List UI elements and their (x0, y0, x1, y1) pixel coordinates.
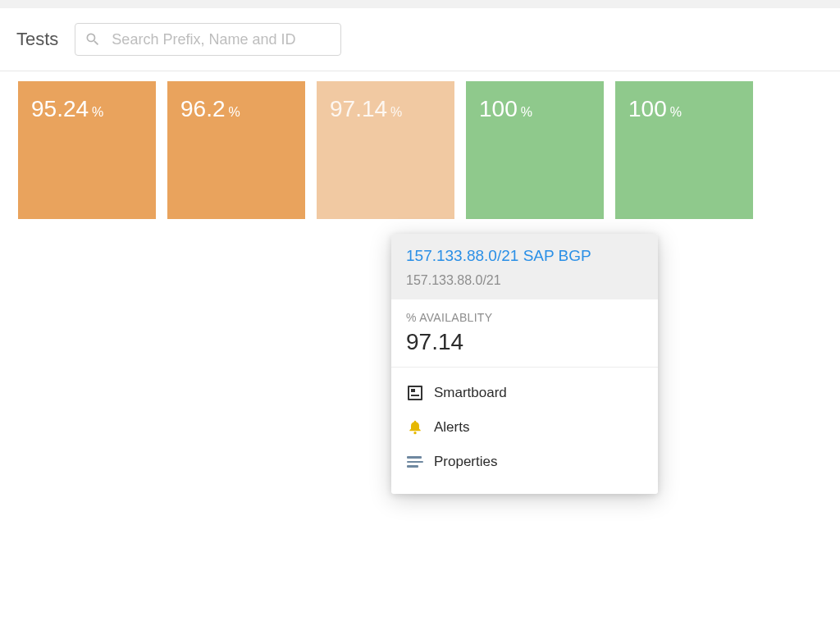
search-field-wrap (75, 23, 341, 56)
search-input[interactable] (75, 23, 341, 56)
tiles-row: 95.24% 96.2% 97.14% 100% 100% (0, 71, 840, 229)
header-bar: Tests (0, 8, 840, 71)
tile-value: 95.24 (31, 96, 89, 122)
action-label: Alerts (434, 419, 469, 436)
popover-metric: % AVAILABLITY 97.14 (391, 299, 658, 368)
availability-tile[interactable]: 95.24% (18, 81, 156, 219)
page-title: Tests (16, 29, 58, 50)
tile-unit: % (92, 105, 103, 120)
tile-value: 97.14 (330, 96, 387, 122)
tile-unit: % (521, 105, 532, 120)
popover-title-link[interactable]: 157.133.88.0/21 SAP BGP (406, 247, 643, 265)
action-label: Smartboard (434, 385, 507, 401)
tile-popover: 157.133.88.0/21 SAP BGP 157.133.88.0/21 … (391, 234, 658, 494)
smartboard-icon (406, 384, 424, 402)
smartboard-action[interactable]: Smartboard (406, 376, 643, 410)
metric-label: % AVAILABLITY (406, 311, 643, 324)
tile-value: 100 (628, 96, 667, 122)
properties-action[interactable]: Properties (406, 445, 643, 479)
tile-unit: % (229, 105, 240, 120)
popover-actions: Smartboard Alerts Properties (391, 368, 658, 494)
tile-unit: % (390, 105, 402, 120)
availability-tile[interactable]: 97.14% (317, 81, 454, 219)
availability-tile[interactable]: 96.2% (167, 81, 305, 219)
search-icon (84, 31, 101, 48)
tile-unit: % (670, 105, 682, 120)
svg-point-0 (413, 432, 416, 434)
bell-icon (406, 418, 424, 436)
properties-icon (406, 453, 424, 471)
availability-tile[interactable]: 100% (615, 81, 753, 219)
action-label: Properties (434, 454, 497, 470)
tile-value: 96.2 (180, 96, 226, 122)
alerts-action[interactable]: Alerts (406, 410, 643, 445)
availability-tile[interactable]: 100% (466, 81, 604, 219)
tile-value: 100 (479, 96, 518, 122)
window-top-strip (0, 0, 840, 8)
metric-value: 97.14 (406, 329, 643, 355)
popover-header: 157.133.88.0/21 SAP BGP 157.133.88.0/21 (391, 234, 658, 299)
popover-subtitle: 157.133.88.0/21 (406, 273, 643, 288)
